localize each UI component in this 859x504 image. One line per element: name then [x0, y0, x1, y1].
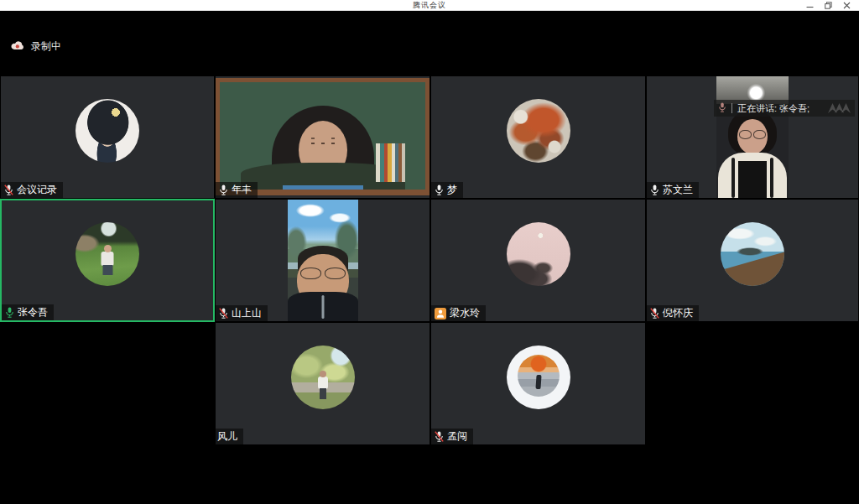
participant-name: 张令吾 — [18, 306, 48, 319]
mic-on-icon — [435, 184, 444, 195]
close-icon — [843, 2, 851, 9]
window-controls — [800, 0, 856, 11]
participant-name-label: 年丰 — [216, 182, 258, 198]
title-bar[interactable]: 腾讯会议 — [0, 0, 859, 11]
speaking-toast-text: 正在讲话: 张令吾; — [737, 102, 810, 115]
participant-name-label: 梁水玲 — [431, 305, 486, 321]
participant-name: 倪怀庆 — [663, 307, 693, 320]
beach-pier-avatar — [721, 222, 784, 286]
participant-tile-zhanglingwu[interactable]: 张令吾 — [0, 199, 215, 322]
participant-name-label: 倪怀庆 — [647, 305, 699, 321]
mic-on-icon — [650, 184, 659, 195]
participant-name: 孟闯 — [447, 430, 467, 443]
recording-indicator[interactable]: 录制中 — [11, 39, 61, 54]
restore-button[interactable] — [819, 0, 837, 11]
participant-name-label: 张令吾 — [2, 304, 54, 320]
minimize-icon — [806, 2, 814, 9]
mic-on-icon — [219, 184, 228, 195]
restore-icon — [825, 2, 832, 9]
participant-name: 年丰 — [232, 184, 252, 196]
cloud-recording-icon — [11, 40, 24, 53]
participant-name-label: 苏文兰 — [647, 182, 699, 198]
mic-muted-icon — [4, 184, 13, 195]
window-title: 腾讯会议 — [413, 0, 446, 11]
man-on-lawn-avatar — [75, 222, 139, 286]
sunset-art-avatar — [507, 346, 570, 409]
participant-name-label: 孟闯 — [431, 429, 473, 444]
participant-tile-mengchuang[interactable]: 孟闯 — [430, 322, 646, 445]
toast-divider — [731, 103, 732, 113]
participant-name: 山上山 — [232, 307, 262, 320]
participant-name: 苏文兰 — [663, 184, 693, 196]
meeting-window: 腾讯会议 录制中 会议记录 — [0, 0, 859, 504]
participant-name: 会议记录 — [17, 184, 57, 196]
participant-tile-nihuaiqing[interactable]: 倪怀庆 — [646, 199, 859, 322]
participant-name: 梦 — [447, 184, 457, 196]
mic-muted-icon — [435, 431, 444, 442]
woman-chalkboard-video — [216, 78, 430, 195]
phone-user-icon — [435, 308, 446, 320]
mic-speaking-icon — [5, 307, 14, 318]
watermark-logo — [830, 103, 851, 113]
participant-tile-shanshangshan[interactable]: 山上山 — [215, 199, 430, 322]
bookshelf — [376, 143, 418, 182]
meeting-stage: 录制中 会议记录 年丰 — [0, 11, 859, 504]
participant-tile-fenger[interactable]: 风儿 — [215, 322, 430, 445]
man-mountains-video — [288, 200, 358, 321]
outdoor-person-avatar — [291, 346, 355, 409]
participant-tile-huiyijilu[interactable]: 会议记录 — [0, 75, 215, 199]
dusk-tree-avatar — [507, 222, 570, 286]
recording-label: 录制中 — [31, 39, 61, 54]
participant-tile-nianfeng[interactable]: 年丰 — [215, 75, 430, 199]
anime-girl-moon-avatar — [75, 99, 139, 163]
participant-tile-suwenlan[interactable]: 正在讲话: 张令吾; 苏文兰 — [646, 75, 859, 199]
autumn-tree-avatar — [507, 99, 570, 163]
glasses — [300, 268, 346, 278]
participant-name-label: 会议记录 — [1, 182, 63, 198]
participant-name: 梁水玲 — [450, 307, 480, 320]
participant-tile-meng[interactable]: 梦 — [430, 75, 646, 199]
speaking-toast: 正在讲话: 张令吾; — [714, 100, 855, 117]
minimize-button[interactable] — [800, 0, 819, 11]
glasses — [739, 130, 766, 138]
participant-tile-liangshuiling[interactable]: 梁水玲 — [430, 199, 646, 322]
woman-portrait-video — [716, 76, 789, 198]
speaking-mic-icon — [718, 102, 726, 114]
participant-name-label: 梦 — [431, 182, 463, 198]
participant-name-label: 山上山 — [216, 305, 268, 321]
mic-muted-icon — [650, 308, 659, 319]
mic-muted-icon — [219, 308, 228, 319]
participant-name: 风儿 — [217, 430, 237, 443]
close-button[interactable] — [837, 0, 856, 11]
participant-name-label: 风儿 — [216, 429, 243, 444]
